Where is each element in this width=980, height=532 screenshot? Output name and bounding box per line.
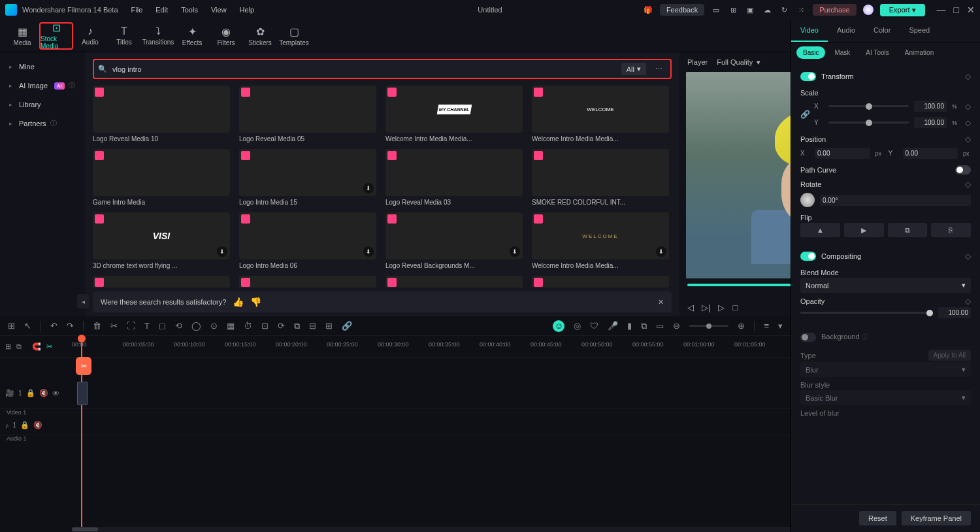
sidebar-item-mine[interactable]: ▸Mine [0,58,85,76]
tl-face-icon[interactable]: ☺ [553,320,564,332]
purchase-button[interactable]: Purchase [813,4,856,16]
prev-frame-button[interactable]: ◁ [687,303,694,312]
scale-x-slider[interactable] [828,105,909,107]
video-clip[interactable] [77,382,88,405]
tl-multi-icon[interactable]: ⊟ [309,321,316,331]
tl-layout-icon[interactable]: ⊞ [8,321,15,331]
keyframe-icon[interactable]: ◇ [965,118,971,127]
compositing-toggle[interactable] [800,252,816,261]
flip-copy-button[interactable]: ⧉ [888,223,928,237]
close-button[interactable]: ✕ [967,5,975,15]
collapse-sidebar-button[interactable]: ◂ [77,294,89,308]
tl-rotate-icon[interactable]: ⟳ [278,321,285,331]
maximize-button[interactable]: □ [954,5,959,15]
rotate-value[interactable] [820,195,971,206]
tab-templates[interactable]: ▢Templates [277,22,311,50]
mute-icon[interactable]: 🔇 [33,421,42,429]
apply-to-all-button[interactable]: Apply to All [928,350,971,361]
keyframe-icon[interactable]: ◇ [965,180,971,189]
tl-pip-icon[interactable]: ▭ [656,321,664,331]
gift-icon[interactable]: 🎁 [643,5,653,15]
menu-view[interactable]: View [211,6,227,14]
media-thumbnail[interactable] [385,276,523,288]
flip-paste-button[interactable]: ⎘ [931,223,971,237]
tl-adjust-icon[interactable]: ▦ [227,321,235,331]
thumbs-down-icon[interactable]: 👎 [250,297,261,307]
media-thumbnail[interactable]: ⬇3D chrome text word flying ... [93,212,230,269]
pos-y-value[interactable] [903,148,958,159]
path-curve-toggle[interactable] [955,165,971,175]
tl-track-add-icon[interactable]: ⊞ [5,342,11,351]
step-forward-button[interactable]: ▷| [702,303,710,312]
tab-titles[interactable]: TTitles [107,22,141,50]
media-thumbnail[interactable]: ⬇Logo Intro Media 06 [239,212,376,269]
cloud-icon[interactable]: ☁ [762,5,772,15]
tl-zoom-in-icon[interactable]: ⊕ [738,321,745,331]
keyframe-icon[interactable]: ◇ [965,297,971,306]
download-icon[interactable]: ⬇ [363,246,374,257]
media-thumbnail[interactable]: Logo Reveal Media 10 [93,86,230,142]
tab-effects[interactable]: ✦Effects [175,22,209,50]
bg-type-select[interactable]: Blur▾ [800,362,971,377]
timeline-ruler[interactable]: 00:0000:00:05:0000:00:10:0000:00:15:0000… [72,336,791,357]
tab-stock-media[interactable]: ⊡Stock Media [39,22,73,50]
scale-y-slider[interactable] [828,122,909,124]
subtab-ai-tools[interactable]: AI Tools [859,46,895,59]
menu-edit[interactable]: Edit [155,6,168,14]
media-thumbnail[interactable]: Logo Reveal Media 05 [239,86,376,142]
tl-cursor-icon[interactable]: ↖ [24,321,31,331]
subtab-basic[interactable]: Basic [796,46,825,59]
media-thumbnail[interactable]: ⬇Welcome Intro Media Media... [532,212,669,269]
blend-mode-select[interactable]: Normal▾ [800,278,971,293]
ai-tool-badge[interactable]: ✂ [76,357,91,375]
tl-text-icon[interactable]: T [144,321,150,331]
keyframe-icon[interactable]: ◇ [965,102,971,111]
opacity-value[interactable] [938,307,971,318]
thumbs-up-icon[interactable]: 👍 [233,297,244,307]
tl-shape-icon[interactable]: ◻ [159,321,166,331]
media-thumbnail[interactable]: SMOKE RED COLORFUL INT... [532,149,669,206]
tl-overlay-icon[interactable]: ⧉ [641,321,647,331]
opacity-slider[interactable] [800,312,933,314]
media-thumbnail[interactable] [239,276,376,288]
insp-tab-color[interactable]: Color [864,20,900,42]
reset-button[interactable]: Reset [859,511,896,525]
download-icon[interactable]: ⬇ [217,246,227,257]
scale-x-value[interactable] [914,101,947,112]
tl-group-icon[interactable]: ⧉ [294,321,300,331]
link-scale-icon[interactable]: 🔗 [800,110,810,119]
keyframe-panel-button[interactable]: Keyframe Panel [902,511,971,525]
sidebar-item-library[interactable]: ▸Library [0,95,85,114]
tl-compound-icon[interactable]: ⧉ [16,342,22,351]
media-thumbnail[interactable]: ⬇Logo Reveal Backgrounds M... [385,212,523,269]
tl-shield-icon[interactable]: 🛡 [590,321,598,331]
stop-button[interactable]: □ [732,303,738,312]
transform-toggle[interactable] [800,72,816,81]
tab-audio[interactable]: ♪Audio [73,22,107,50]
minimize-button[interactable]: — [937,5,946,15]
tab-stickers[interactable]: ✿Stickers [243,22,277,50]
keyframe-icon[interactable]: ◇ [965,72,971,81]
tl-zoom-slider[interactable] [689,325,728,327]
tl-undo-icon[interactable]: ↶ [50,321,57,331]
timeline-scrollbar[interactable] [72,527,791,532]
media-thumbnail[interactable]: Welcome Intro Media Media... [385,86,523,142]
tl-magnet-icon[interactable]: 🧲 [32,342,41,351]
insp-tab-audio[interactable]: Audio [828,20,864,42]
apps-icon[interactable]: ⁙ [796,5,806,15]
tl-ai-cut-icon[interactable]: ✂︎ [46,342,52,351]
more-options-button[interactable]: ⋯ [651,63,666,75]
tl-target-icon[interactable]: ◎ [574,321,581,331]
tab-transitions[interactable]: ⤵Transitions [141,22,175,50]
flip-horizontal-button[interactable]: ▲ [800,223,840,237]
filter-dropdown[interactable]: All ▾ [621,63,646,75]
video-track-body[interactable] [72,378,791,408]
tl-list-icon[interactable]: ≡ [764,321,769,331]
insp-tab-speed[interactable]: Speed [900,20,939,42]
sidebar-item-ai-image[interactable]: ▸AI ImageAIⓘ [0,76,85,95]
download-icon[interactable]: ⬇ [656,246,666,257]
avatar[interactable] [863,5,874,15]
sidebar-item-partners[interactable]: ▸Partnersⓘ [0,114,85,133]
media-thumbnail[interactable]: Game Intro Media [93,149,230,206]
scale-y-value[interactable] [914,117,947,128]
